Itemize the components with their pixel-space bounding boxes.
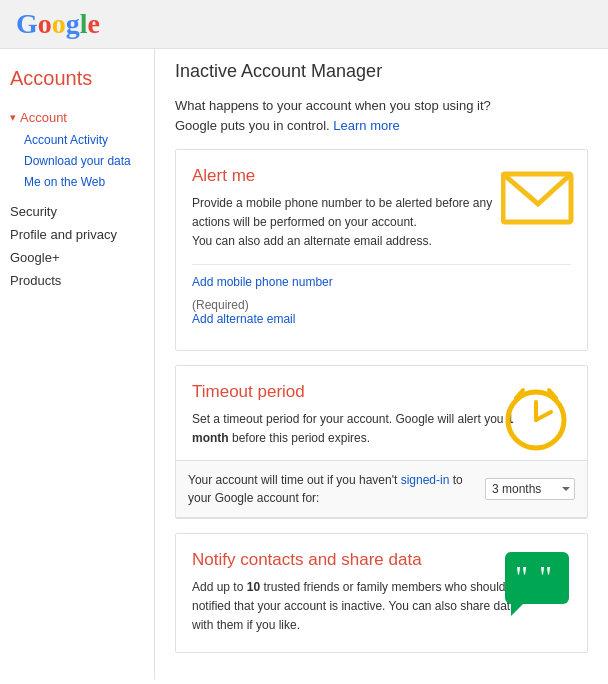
google-logo: G o o g l e <box>16 8 592 40</box>
envelope-svg <box>501 166 576 226</box>
timeout-period-card: Timeout period Set a timeout period for … <box>175 365 588 519</box>
sidebar-item-google-plus[interactable]: Google+ <box>0 246 154 269</box>
timeout-body: Set a timeout period for your account. G… <box>192 410 532 448</box>
svg-text:": " <box>539 559 552 595</box>
alert-me-title-area: Alert me Provide a mobile phone number t… <box>192 166 532 252</box>
svg-marker-7 <box>511 604 523 616</box>
alert-me-actions: Add mobile phone number (Required) Add a… <box>192 264 571 326</box>
notify-contacts-card: Notify contacts and share data Add up to… <box>175 533 588 653</box>
intro-text-1: What happens to your account when you st… <box>175 96 588 135</box>
notify-header: Notify contacts and share data Add up to… <box>192 550 571 636</box>
signed-in-link[interactable]: signed-in <box>401 473 450 487</box>
chat-icon: " " <box>503 550 571 621</box>
sidebar-sub-account-activity[interactable]: Account Activity <box>0 129 154 150</box>
learn-more-link[interactable]: Learn more <box>333 118 399 133</box>
timeout-select[interactable]: 3 months 6 months 12 months 18 months <box>485 478 575 500</box>
clock-svg <box>501 382 571 452</box>
envelope-icon <box>501 166 571 221</box>
timeout-select-row: Your account will time out if you haven'… <box>176 460 587 518</box>
alert-me-body: Provide a mobile phone number to be aler… <box>192 194 532 252</box>
sidebar-item-account[interactable]: ▾ Account <box>0 106 154 129</box>
sidebar-sub-download-data[interactable]: Download your data <box>0 150 154 171</box>
timeout-select-wrapper: 3 months 6 months 12 months 18 months <box>485 478 575 500</box>
notify-title: Notify contacts and share data <box>192 550 532 570</box>
chat-svg: " " <box>503 550 571 618</box>
required-tag: (Required) <box>192 298 249 312</box>
timeout-title: Timeout period <box>192 382 532 402</box>
timeout-header: Timeout period Set a timeout period for … <box>192 382 571 448</box>
sidebar-item-security[interactable]: Security <box>0 200 154 223</box>
content-area: Inactive Account Manager What happens to… <box>155 49 608 679</box>
svg-line-3 <box>536 412 551 420</box>
add-phone-row: Add mobile phone number (Required) <box>192 275 571 312</box>
timeout-title-area: Timeout period Set a timeout period for … <box>192 382 532 448</box>
add-email-link[interactable]: Add alternate email <box>192 312 571 326</box>
page-title: Inactive Account Manager <box>175 61 588 82</box>
sidebar-item-profile[interactable]: Profile and privacy <box>0 223 154 246</box>
clock-icon <box>501 382 571 455</box>
add-phone-link[interactable]: Add mobile phone number <box>192 275 571 289</box>
sidebar: Accounts ▾ Account Account Activity Down… <box>0 49 155 679</box>
sidebar-accounts-title[interactable]: Accounts <box>0 59 154 106</box>
main-layout: Accounts ▾ Account Account Activity Down… <box>0 49 608 679</box>
notify-title-area: Notify contacts and share data Add up to… <box>192 550 532 636</box>
sidebar-section-account: ▾ Account Account Activity Download your… <box>0 106 154 192</box>
header: G o o g l e <box>0 0 608 49</box>
svg-text:": " <box>515 559 528 595</box>
sidebar-sub-me-on-web[interactable]: Me on the Web <box>0 171 154 192</box>
alert-me-header: Alert me Provide a mobile phone number t… <box>192 166 571 252</box>
sidebar-item-products[interactable]: Products <box>0 269 154 292</box>
sidebar-account-label: Account <box>20 110 67 125</box>
notify-body: Add up to 10 trusted friends or family m… <box>192 578 532 636</box>
alert-me-card: Alert me Provide a mobile phone number t… <box>175 149 588 351</box>
chevron-icon: ▾ <box>10 111 16 124</box>
alert-me-title: Alert me <box>192 166 532 186</box>
timeout-select-text: Your account will time out if you haven'… <box>188 471 485 507</box>
